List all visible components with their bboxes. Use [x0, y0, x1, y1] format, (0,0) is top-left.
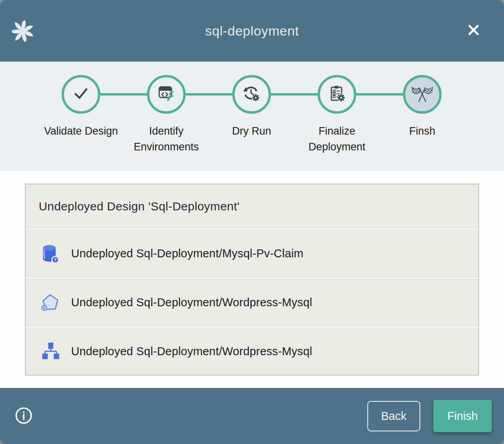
pentagon-component-icon	[40, 292, 61, 313]
summary-row-wordpress-mysql-2: Undeployed Sql-Deployment/Wordpress-Mysq…	[26, 328, 478, 375]
code-window-wrench-icon	[157, 84, 175, 104]
back-button[interactable]: Back	[367, 401, 420, 431]
info-icon	[15, 407, 33, 426]
summary-row-text: Undeployed Sql-Deployment/Wordpress-Mysq…	[71, 345, 312, 358]
step-validate-design: Validate Design	[38, 62, 124, 155]
check-icon	[72, 84, 90, 104]
step-circle-validate-design	[62, 75, 100, 114]
step-circle-dry-run	[232, 75, 271, 114]
checkered-flags-icon	[411, 84, 433, 105]
finish-button[interactable]: Finish	[433, 400, 492, 432]
summary-row-text: Undeployed Sql-Deployment/Wordpress-Mysq…	[71, 296, 312, 309]
info-button[interactable]	[14, 407, 33, 425]
deployment-wizard-dialog: sql-deployment Vali	[0, 0, 504, 444]
step-label: Dry Run	[232, 123, 271, 139]
step-label: Validate Design	[44, 123, 118, 139]
summary-row-wordpress-mysql-1: Undeployed Sql-Deployment/Wordpress-Mysq…	[26, 279, 478, 326]
step-label: Finsh	[409, 123, 435, 139]
dialog-header: sql-deployment	[0, 0, 504, 62]
summary-row-text: Undeployed Sql-Deployment/Mysql-Pv-Claim	[71, 247, 303, 260]
dialog-footer: Back Finish	[0, 388, 504, 444]
summary-header-text: Undeployed Design 'Sql-Deployment'	[39, 200, 240, 213]
summary-header-row: Undeployed Design 'Sql-Deployment'	[26, 184, 478, 229]
wizard-stepper: Validate Design Ident	[0, 62, 504, 171]
dry-run-clock-gear-icon	[243, 84, 261, 104]
svg-text:?: ?	[54, 257, 57, 262]
dialog-content: Undeployed Design 'Sql-Deployment' ? Und…	[0, 171, 504, 388]
step-label: Identify Environments	[124, 123, 209, 155]
step-circle-finish	[403, 75, 442, 114]
hierarchy-component-icon	[40, 341, 61, 362]
deployment-summary-panel: Undeployed Design 'Sql-Deployment' ? Und…	[25, 184, 479, 376]
close-button[interactable]	[465, 22, 482, 39]
step-identify-environments: Identify Environments	[124, 62, 209, 155]
database-icon: ?	[40, 243, 61, 264]
summary-row-mysql-pv-claim: ? Undeployed Sql-Deployment/Mysql-Pv-Cla…	[26, 230, 478, 277]
step-label: Finalize Deployment	[295, 123, 379, 155]
step-circle-finalize-deployment	[318, 75, 356, 114]
dialog-title: sql-deployment	[0, 23, 504, 39]
clipboard-gear-icon	[328, 84, 346, 104]
layer5-spiral-logo-icon	[12, 21, 33, 42]
close-icon	[466, 22, 481, 39]
step-dry-run: Dry Run	[209, 62, 294, 155]
step-finalize-deployment: Finalize Deployment	[294, 62, 380, 155]
step-finish: Finsh	[380, 62, 465, 155]
step-circle-identify-environments	[147, 75, 186, 114]
